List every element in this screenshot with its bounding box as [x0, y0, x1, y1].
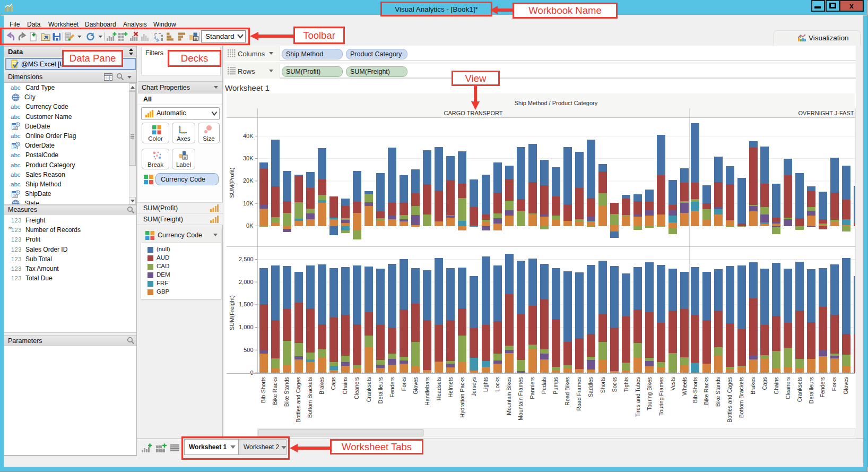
svg-text:Touring Bikes: Touring Bikes [646, 377, 653, 410]
svg-text:Bottles and Cages: Bottles and Cages [295, 377, 301, 423]
svg-text:Gloves: Gloves [843, 377, 849, 394]
svg-text:Mountain Frames: Mountain Frames [517, 377, 524, 420]
svg-text:Lights: Lights [482, 377, 489, 392]
svg-text:2,500: 2,500 [239, 256, 254, 262]
svg-text:Tires and Tubes: Tires and Tubes [635, 377, 641, 417]
svg-text:2,000: 2,000 [239, 279, 254, 285]
svg-text:Forks: Forks [831, 377, 837, 391]
svg-text:Derailleurs: Derailleurs [808, 377, 814, 404]
svg-text:Tights: Tights [623, 377, 629, 392]
svg-text:Cleaners: Cleaners [785, 377, 791, 399]
svg-text:Saddles: Saddles [587, 377, 594, 397]
svg-text:Brakes: Brakes [318, 377, 325, 394]
svg-text:Bib-Shorts: Bib-Shorts [260, 377, 266, 403]
svg-text:CARGO TRANSPORT: CARGO TRANSPORT [444, 110, 503, 116]
svg-text:Bike Racks: Bike Racks [703, 377, 709, 405]
svg-text:Handlebars: Handlebars [424, 377, 430, 406]
svg-text:Cranksets: Cranksets [366, 377, 372, 402]
svg-text:Touring Frames: Touring Frames [658, 377, 664, 416]
svg-text:Fenders: Fenders [819, 377, 826, 398]
svg-text:Derailleurs: Derailleurs [377, 377, 384, 404]
svg-text:Headsets: Headsets [436, 377, 442, 400]
svg-text:Fenders: Fenders [389, 377, 395, 398]
svg-text:Bike Stands: Bike Stands [715, 377, 721, 407]
svg-text:Forks: Forks [401, 377, 407, 391]
svg-text:1,500: 1,500 [239, 301, 254, 307]
svg-text:Mountain Bikes: Mountain Bikes [506, 377, 512, 415]
svg-text:Wheels: Wheels [681, 377, 688, 396]
svg-text:Bottom Brackets: Bottom Brackets [738, 377, 744, 418]
svg-text:Hydration Packs: Hydration Packs [459, 377, 465, 417]
svg-text:0: 0 [250, 370, 253, 376]
svg-text:Cranksets: Cranksets [796, 377, 803, 402]
svg-text:OVERNIGHT J-FAST: OVERNIGHT J-FAST [798, 110, 854, 116]
svg-text:Jerseys: Jerseys [471, 377, 477, 396]
svg-text:Bottom Brackets: Bottom Brackets [307, 377, 313, 418]
svg-text:1,000: 1,000 [239, 324, 254, 330]
svg-text:Pumps: Pumps [552, 377, 559, 394]
svg-text:Brakes: Brakes [750, 377, 756, 394]
svg-text:Ship Method / Product Category: Ship Method / Product Category [515, 100, 598, 106]
svg-text:SUM(Freight): SUM(Freight) [229, 295, 235, 330]
svg-text:Helmets: Helmets [447, 377, 454, 398]
svg-text:Bottles and Cages: Bottles and Cages [726, 377, 733, 423]
svg-text:SUM(Profit): SUM(Profit) [229, 167, 235, 198]
svg-text:500: 500 [244, 347, 253, 353]
svg-text:Socks: Socks [611, 377, 618, 392]
svg-text:Bib-Shorts: Bib-Shorts [692, 377, 698, 403]
svg-text:0K: 0K [246, 222, 254, 229]
svg-text:30K: 30K [243, 155, 254, 161]
svg-text:Road Frames: Road Frames [576, 377, 582, 411]
svg-text:Bike Racks: Bike Racks [272, 377, 278, 405]
svg-text:Cleaners: Cleaners [353, 377, 360, 399]
svg-text:Pedals: Pedals [541, 377, 547, 394]
svg-text:Bike Stands: Bike Stands [283, 377, 290, 407]
svg-text:Panniers: Panniers [529, 377, 535, 399]
svg-text:Locks: Locks [494, 377, 500, 391]
svg-text:lo: lo [184, 156, 186, 159]
svg-text:10K: 10K [243, 200, 254, 207]
svg-text:Chains: Chains [773, 377, 779, 394]
svg-text:Gloves: Gloves [412, 377, 419, 394]
svg-text:40K: 40K [243, 133, 254, 139]
svg-text:Chains: Chains [342, 377, 348, 394]
svg-text:Shorts: Shorts [600, 377, 606, 393]
svg-text:20K: 20K [243, 177, 254, 184]
svg-text:Road Bikes: Road Bikes [564, 377, 570, 406]
svg-text:Caps: Caps [761, 377, 768, 390]
svg-text:Caps: Caps [330, 377, 336, 390]
svg-text:Vests: Vests [670, 377, 676, 391]
